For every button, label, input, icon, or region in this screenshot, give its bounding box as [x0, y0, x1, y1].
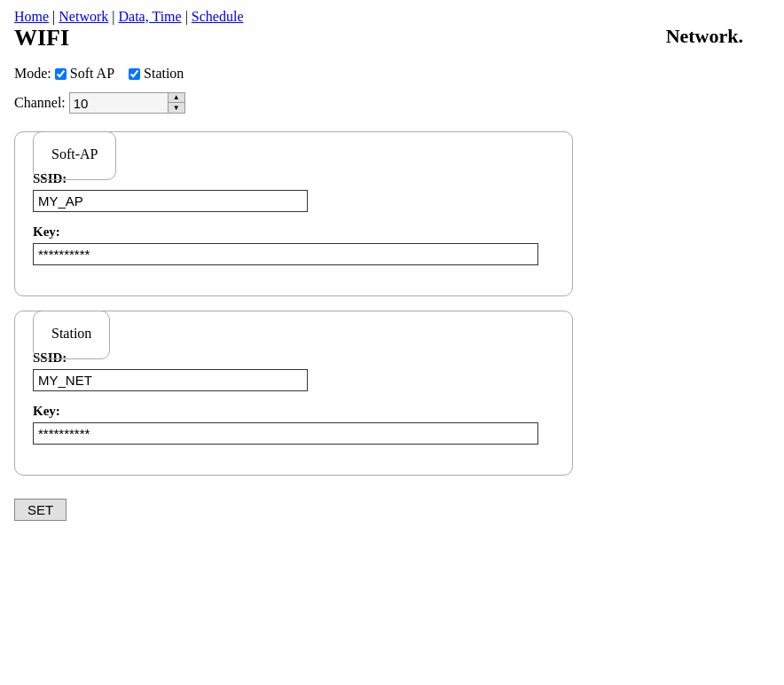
breadcrumb: Home | Network | Data, Time | Schedule: [14, 9, 770, 25]
soft-ap-key-label: Key:: [33, 224, 554, 240]
soft-ap-legend: Soft-AP: [33, 131, 116, 180]
station-label: Station: [144, 66, 184, 82]
station-key-group: Key:: [33, 404, 554, 445]
soft-ap-key-input[interactable]: [33, 243, 538, 265]
soft-ap-key-group: Key:: [33, 224, 554, 265]
breadcrumb-schedule[interactable]: Schedule: [192, 9, 244, 24]
channel-label: Channel:: [14, 95, 66, 111]
channel-spinner: ▲ ▼: [168, 93, 184, 113]
station-key-label: Key:: [33, 404, 554, 419]
channel-down-button[interactable]: ▼: [169, 103, 184, 113]
page-title: WIFI: [14, 25, 628, 51]
soft-ap-section: Soft-AP SSID: Key:: [14, 131, 573, 296]
breadcrumb-home[interactable]: Home: [14, 9, 49, 24]
set-button[interactable]: SET: [14, 499, 67, 521]
station-ssid-input[interactable]: [33, 369, 308, 391]
header-title: Network.: [628, 25, 761, 48]
soft-ap-checkbox[interactable]: [55, 68, 67, 80]
header-right: Network.: [628, 25, 770, 57]
channel-input[interactable]: [70, 94, 168, 113]
channel-input-wrap: ▲ ▼: [69, 92, 185, 114]
station-ssid-label: SSID:: [33, 350, 554, 366]
station-key-input[interactable]: [33, 422, 538, 445]
station-legend: Station: [33, 311, 110, 359]
station-section: Station SSID: Key:: [14, 311, 573, 476]
channel-up-button[interactable]: ▲: [169, 93, 184, 103]
breadcrumb-network[interactable]: Network: [59, 9, 108, 24]
station-checkbox[interactable]: [129, 68, 140, 80]
station-ssid-group: SSID:: [33, 350, 554, 391]
breadcrumb-datetime[interactable]: Data, Time: [119, 9, 182, 24]
soft-ap-label: Soft AP: [70, 66, 114, 82]
mode-label: Mode:: [14, 66, 51, 82]
soft-ap-ssid-input[interactable]: [33, 190, 308, 212]
